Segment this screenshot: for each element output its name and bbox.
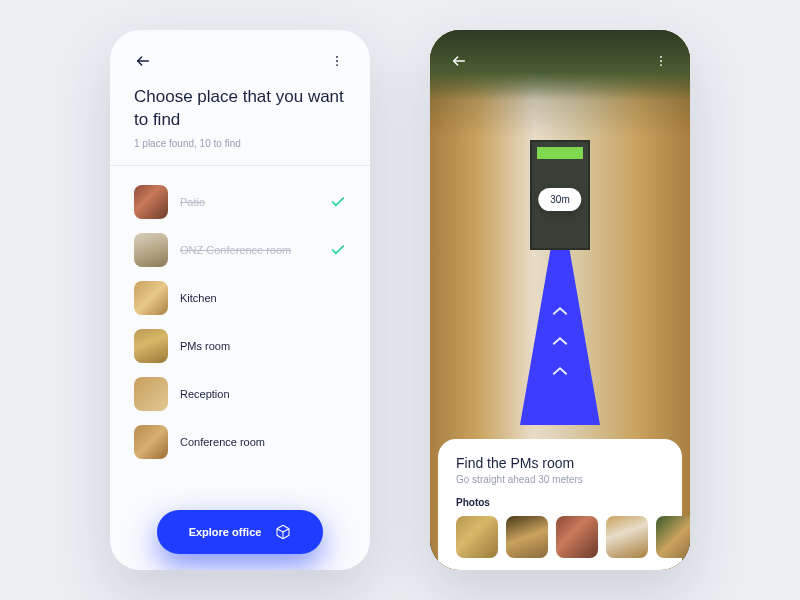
place-label: Kitchen [180,292,346,304]
more-button[interactable] [328,52,346,70]
place-item-onz[interactable]: ONZ Conference room [130,226,350,274]
more-vertical-icon [654,54,668,68]
photo-thumbnail[interactable] [556,516,598,558]
svg-point-2 [336,60,338,62]
photos-row [456,516,664,558]
place-label: Conference room [180,436,346,448]
places-list-screen: Choose place that you want to find 1 pla… [110,30,370,570]
place-item-conference[interactable]: Conference room [130,418,350,466]
chevron-up-icon [551,333,569,343]
arrow-left-icon [451,53,467,69]
header: Choose place that you want to find 1 pla… [110,30,370,165]
place-item-kitchen[interactable]: Kitchen [130,274,350,322]
svg-point-5 [660,56,662,58]
ar-navigation-screen: 30m Find the PMs room Go straight ahead … [430,30,690,570]
svg-point-7 [660,64,662,66]
card-subtitle: Go straight ahead 30 meters [456,474,664,485]
svg-point-6 [660,60,662,62]
place-item-reception[interactable]: Reception [130,370,350,418]
page-title: Choose place that you want to find [134,86,346,132]
place-label: Reception [180,388,346,400]
place-thumbnail [134,377,168,411]
place-label: PMs room [180,340,346,352]
photo-thumbnail[interactable] [456,516,498,558]
place-item-pms[interactable]: PMs room [130,322,350,370]
photo-thumbnail[interactable] [656,516,690,558]
arrow-left-icon [135,53,151,69]
photo-thumbnail[interactable] [606,516,648,558]
more-vertical-icon [330,54,344,68]
place-label: ONZ Conference room [180,244,318,256]
chevron-up-icon [551,303,569,313]
place-item-patio[interactable]: Patio [130,178,350,226]
cta-label: Explore office [189,526,262,538]
svg-point-1 [336,56,338,58]
photo-thumbnail[interactable] [506,516,548,558]
back-button[interactable] [134,52,152,70]
place-thumbnail [134,185,168,219]
svg-point-3 [336,64,338,66]
photos-label: Photos [456,497,664,508]
place-thumbnail [134,329,168,363]
explore-office-button[interactable]: Explore office [157,510,324,554]
place-label: Patio [180,196,318,208]
back-button[interactable] [450,52,468,70]
destination-card[interactable]: Find the PMs room Go straight ahead 30 m… [438,439,682,570]
more-button[interactable] [652,52,670,70]
card-title: Find the PMs room [456,455,664,471]
page-subtitle: 1 place found, 10 to find [134,138,346,149]
check-icon [330,194,346,210]
place-thumbnail [134,233,168,267]
chevron-up-icon [551,363,569,373]
cube-icon [275,524,291,540]
check-icon [330,242,346,258]
place-thumbnail [134,425,168,459]
distance-badge: 30m [538,188,581,211]
place-thumbnail [134,281,168,315]
